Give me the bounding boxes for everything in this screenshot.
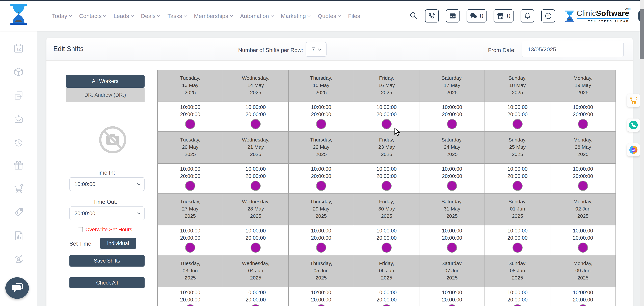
chevron-down-icon (184, 14, 187, 17)
hourglass-logo-icon[interactable] (9, 4, 28, 26)
from-date-input[interactable] (522, 42, 624, 57)
day-header-cell: Sunday,01 Jun2025 (485, 194, 550, 225)
nav-item-leads[interactable]: Leads (114, 13, 133, 19)
shift-selected-toggle[interactable] (185, 304, 195, 306)
shift-selected-toggle[interactable] (512, 242, 522, 253)
shift-selected-toggle[interactable] (250, 181, 260, 191)
shift-selected-toggle[interactable] (250, 119, 260, 129)
messages-button[interactable]: 0 (466, 10, 486, 23)
ai-float-button[interactable]: AI (627, 143, 640, 156)
call-float-button[interactable] (627, 119, 640, 132)
all-workers-button[interactable]: All Workers (66, 75, 144, 88)
chat-bubble-icon (11, 282, 24, 294)
report-icon[interactable] (13, 230, 24, 242)
store-button[interactable]: 0 (494, 10, 514, 23)
import-bag-icon[interactable] (13, 114, 24, 125)
day-shift-cell: 10:00:0020:00:00 (354, 287, 419, 306)
shift-selected-toggle[interactable] (578, 304, 588, 306)
save-shifts-button[interactable]: Save Shifts (70, 255, 144, 266)
search-icon[interactable] (409, 11, 418, 21)
shift-selected-toggle[interactable] (512, 181, 522, 191)
day-header-cell: Monday,02 Jun2025 (550, 194, 616, 225)
day-shift-cell: 10:00:0020:00:00 (485, 287, 550, 306)
nav-item-today[interactable]: Today (52, 13, 72, 19)
shift-selected-toggle[interactable] (447, 181, 457, 191)
nav-item-automation[interactable]: Automation (240, 13, 273, 19)
day-shift-cell: 10:00:0020:00:00 (158, 164, 223, 193)
shop-float-button[interactable] (627, 94, 640, 107)
messages-count: 0 (480, 13, 483, 20)
shift-selected-toggle[interactable] (512, 119, 522, 129)
day-header-cell: Tuesday,20 May2025 (158, 132, 223, 163)
shift-selected-toggle[interactable] (250, 242, 260, 253)
nav-item-files[interactable]: Files (348, 13, 360, 19)
check-all-button[interactable]: Check All (70, 277, 144, 288)
shift-selected-toggle[interactable] (316, 181, 326, 191)
day-header-cell: Monday,19 May2025 (550, 70, 616, 102)
shift-selected-toggle[interactable] (447, 304, 457, 306)
shift-selected-toggle[interactable] (382, 304, 392, 306)
mouse-cursor (394, 128, 402, 137)
day-header-cell: Tuesday,03 Jun2025 (158, 255, 223, 287)
shift-selected-toggle[interactable] (382, 242, 392, 253)
shift-selected-toggle[interactable] (578, 119, 588, 129)
nav-item-memberships[interactable]: Memberships (194, 13, 232, 19)
overwrite-checkbox[interactable] (78, 227, 83, 232)
nav-item-marketing[interactable]: Marketing (281, 13, 310, 19)
worker-list-item[interactable]: DR. Andrew (DR.) (66, 88, 144, 102)
history-icon[interactable] (13, 137, 24, 149)
day-shift-cell: 10:00:0020:00:00 (420, 225, 484, 255)
inbox-button[interactable] (446, 10, 460, 23)
shift-selected-toggle[interactable] (185, 242, 195, 253)
shift-selected-toggle[interactable] (250, 304, 260, 306)
chat-widget-button[interactable] (5, 277, 29, 299)
scrollbar-thumb[interactable] (640, 10, 644, 59)
shift-selected-toggle[interactable] (578, 181, 588, 191)
phone-button[interactable] (425, 10, 439, 23)
day-shift-cell: 10:00:0020:00:00 (550, 225, 616, 255)
shift-selected-toggle[interactable] (382, 181, 392, 191)
shift-week-row: Tuesday,13 May2025 Wednesday,14 May2025 … (157, 70, 616, 131)
price-tag-icon[interactable]: $ (13, 207, 24, 218)
shift-week-row: Tuesday,03 Jun2025 Wednesday,04 Jun2025 … (157, 255, 616, 306)
customer-sync-icon[interactable] (13, 254, 24, 265)
shift-selected-toggle[interactable] (447, 119, 457, 129)
shift-selected-toggle[interactable] (316, 242, 326, 253)
shift-selected-toggle[interactable] (447, 242, 457, 253)
day-shift-cell: 10:00:0020:00:00 (485, 164, 550, 193)
time-in-select[interactable]: 10:00:00 (70, 177, 144, 191)
set-time-label: Set Time: (70, 240, 93, 247)
gift-icon[interactable] (13, 160, 24, 172)
day-header-cell: Friday,06 Jun2025 (354, 255, 419, 287)
hourglass-logo-small-icon (564, 10, 575, 23)
shift-selected-toggle[interactable] (185, 181, 195, 191)
clinicsoftware-logo[interactable]: .com ClinicSoftware TEN STEPS AHEAD (564, 10, 630, 23)
shift-selected-toggle[interactable] (578, 242, 588, 253)
nav-item-deals[interactable]: Deals (141, 13, 160, 19)
time-out-select[interactable]: 20:00:00 (70, 206, 144, 220)
shifts-per-row-select[interactable]: 7 (306, 42, 326, 57)
page-title: Edit Shifts (53, 45, 84, 53)
calendar-icon[interactable]: 12 (13, 43, 24, 55)
svg-text:?: ? (547, 14, 550, 18)
package-icon[interactable] (13, 67, 24, 78)
day-shift-cell: 10:00:0020:00:00 (158, 287, 223, 306)
svg-text:12: 12 (16, 47, 21, 51)
help-button[interactable]: ? (541, 10, 555, 23)
nav-item-contacts[interactable]: Contacts (79, 13, 106, 19)
individual-button[interactable]: Individual (100, 238, 136, 249)
scrollbar-track[interactable] (640, 0, 644, 306)
cart-settings-icon[interactable] (13, 183, 24, 195)
shift-selected-toggle[interactable] (316, 304, 326, 306)
chevron-down-icon (69, 14, 72, 17)
edit-shifts-card: Edit Shifts Number of Shifts per Row: 7 … (46, 38, 632, 306)
shift-selected-toggle[interactable] (185, 119, 195, 129)
chevron-down-icon (308, 14, 310, 17)
copy-icon[interactable] (13, 90, 24, 102)
shift-selected-toggle[interactable] (316, 119, 326, 129)
shift-selected-toggle[interactable] (382, 119, 392, 129)
notifications-button[interactable] (520, 10, 534, 23)
nav-item-quotes[interactable]: Quotes (318, 13, 340, 19)
shift-selected-toggle[interactable] (512, 304, 522, 306)
nav-item-tasks[interactable]: Tasks (168, 13, 186, 19)
